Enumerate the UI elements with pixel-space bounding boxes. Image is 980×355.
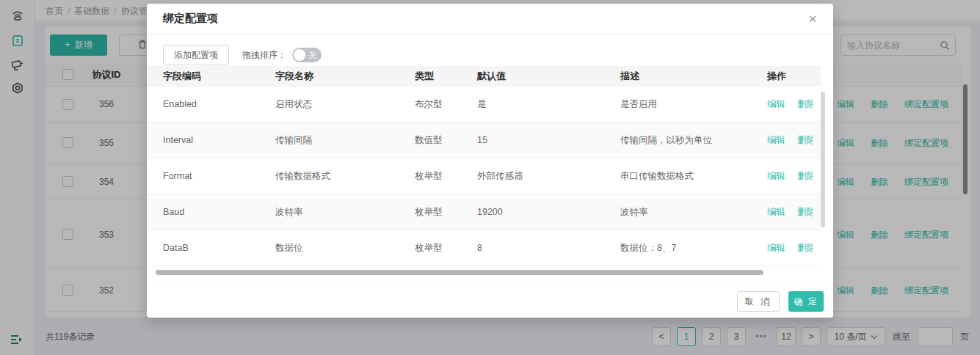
modal-cell: 数据位：8、7 bbox=[620, 242, 767, 255]
modal-footer: 取 消 确 定 bbox=[147, 285, 833, 318]
modal-delete-link[interactable]: 删除 bbox=[797, 171, 813, 181]
modal-edit-link[interactable]: 编辑 bbox=[767, 243, 785, 253]
modal-row-actions: 编辑删除 bbox=[767, 134, 813, 147]
modal-cell: 启用状态 bbox=[275, 98, 415, 111]
modal-table-row: Format传输数据格式枚举型外部传感器串口传输数据格式编辑删除 bbox=[147, 158, 821, 194]
modal-cell: 15 bbox=[477, 135, 620, 145]
modal-col-header: 默认值 bbox=[477, 70, 620, 83]
close-icon[interactable]: × bbox=[804, 10, 821, 28]
modal-edit-link[interactable]: 编辑 bbox=[767, 99, 785, 109]
modal-cell: 枚举型 bbox=[415, 170, 477, 183]
modal-cell: 波特率 bbox=[620, 206, 767, 219]
modal-col-header: 字段编码 bbox=[163, 70, 275, 83]
add-config-item-button[interactable]: 添加配置项 bbox=[163, 45, 229, 65]
modal-table-header: 字段编码字段名称类型默认值描述操作 bbox=[147, 66, 821, 87]
modal-cell: 数据位 bbox=[275, 242, 415, 255]
modal-header: 绑定配置项 bbox=[147, 4, 833, 34]
modal-cell: 传输数据格式 bbox=[275, 170, 415, 183]
modal-col-header: 字段名称 bbox=[275, 70, 415, 83]
modal-cell: Interval bbox=[163, 135, 275, 145]
modal-table-body: Enabled启用状态布尔型是是否启用编辑删除Interval传输间隔数值型15… bbox=[147, 87, 821, 266]
modal-cell: 传输间隔，以秒为单位 bbox=[620, 134, 767, 147]
modal-table-row: DataB数据位枚举型8数据位：8、7编辑删除 bbox=[147, 230, 821, 266]
modal-cell: 数值型 bbox=[415, 134, 477, 147]
modal-title: 绑定配置项 bbox=[163, 12, 218, 26]
drag-sort-toggle[interactable]: 关 bbox=[292, 48, 322, 62]
modal-table-row: Enabled启用状态布尔型是是否启用编辑删除 bbox=[147, 87, 821, 122]
modal-cell: Baud bbox=[163, 207, 275, 217]
modal-row-actions: 编辑删除 bbox=[767, 98, 813, 111]
drag-sort-label: 拖拽排序： bbox=[242, 49, 286, 62]
modal-cell: 串口传输数据格式 bbox=[620, 170, 767, 183]
modal-delete-link[interactable]: 删除 bbox=[797, 135, 813, 145]
modal-cell: DataB bbox=[163, 243, 275, 253]
modal-cell: 枚举型 bbox=[415, 242, 477, 255]
modal-cell: Enabled bbox=[163, 99, 275, 109]
modal-row-actions: 编辑删除 bbox=[767, 170, 813, 183]
modal-cell: 布尔型 bbox=[415, 98, 477, 111]
modal-edit-link[interactable]: 编辑 bbox=[767, 171, 785, 181]
drag-sort-control: 拖拽排序： 关 bbox=[242, 48, 322, 62]
toggle-knob bbox=[294, 49, 305, 61]
modal-col-header: 描述 bbox=[620, 70, 767, 83]
modal-table: 字段编码字段名称类型默认值描述操作 Enabled启用状态布尔型是是否启用编辑删… bbox=[147, 66, 821, 266]
confirm-button[interactable]: 确 定 bbox=[788, 291, 824, 312]
modal-delete-link[interactable]: 删除 bbox=[797, 207, 813, 217]
modal-cell: 是 bbox=[477, 98, 620, 111]
modal-horizontal-scrollbar[interactable] bbox=[156, 270, 763, 275]
modal-edit-link[interactable]: 编辑 bbox=[767, 207, 785, 217]
modal-cell: 传输间隔 bbox=[275, 134, 415, 147]
modal-cell: 8 bbox=[477, 243, 620, 253]
modal-cell: 波特率 bbox=[275, 206, 415, 219]
toggle-state-label: 关 bbox=[308, 50, 316, 61]
modal-delete-link[interactable]: 删除 bbox=[797, 243, 813, 253]
bind-config-modal: 绑定配置项 × 添加配置项 拖拽排序： 关 字段编码字段名称类型默认值描述操作 … bbox=[147, 4, 833, 318]
modal-table-row: Interval传输间隔数值型15传输间隔，以秒为单位编辑删除 bbox=[147, 122, 821, 158]
modal-cell: 外部传感器 bbox=[477, 170, 620, 183]
modal-row-actions: 编辑删除 bbox=[767, 206, 813, 219]
modal-toolbar: 添加配置项 拖拽排序： 关 bbox=[163, 45, 322, 65]
modal-vertical-scrollbar[interactable] bbox=[821, 92, 825, 227]
modal-col-header: 类型 bbox=[415, 70, 477, 83]
cancel-button[interactable]: 取 消 bbox=[737, 291, 780, 312]
modal-table-row: Baud波特率枚举型19200波特率编辑删除 bbox=[147, 194, 821, 230]
modal-row-actions: 编辑删除 bbox=[767, 242, 813, 255]
modal-delete-link[interactable]: 删除 bbox=[797, 99, 813, 109]
modal-cell: Format bbox=[163, 171, 275, 181]
modal-edit-link[interactable]: 编辑 bbox=[767, 135, 785, 145]
modal-cell: 19200 bbox=[477, 207, 620, 217]
modal-col-header: 操作 bbox=[767, 70, 813, 83]
modal-cell: 枚举型 bbox=[415, 206, 477, 219]
modal-cell: 是否启用 bbox=[620, 98, 767, 111]
